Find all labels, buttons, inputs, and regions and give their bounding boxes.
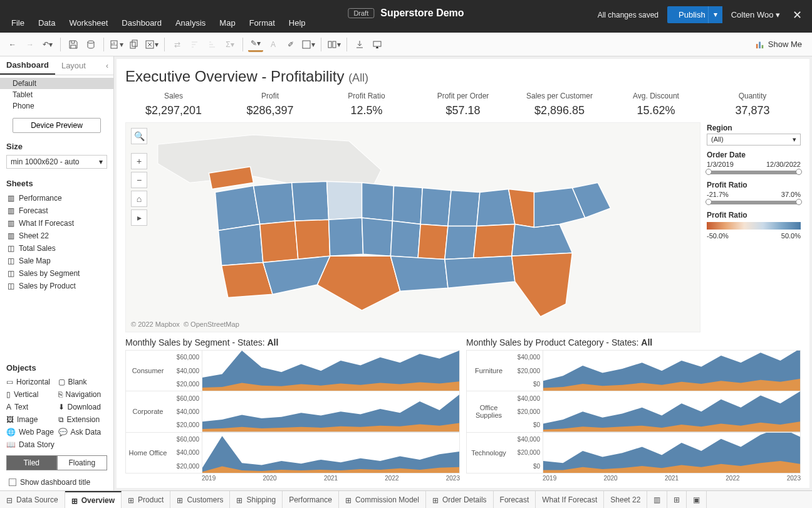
tab-sheet22[interactable]: Sheet 22 (604, 491, 647, 508)
format-icon[interactable]: ✐ (283, 37, 298, 52)
row-label: Office Supplies (467, 391, 511, 431)
tab-customers[interactable]: ⊞Customers (170, 491, 230, 508)
menu-analysis[interactable]: Analysis (169, 16, 212, 30)
device-preview-button[interactable]: Device Preview (13, 118, 101, 133)
svg-rect-7 (333, 41, 336, 48)
menu-map[interactable]: Map (213, 16, 241, 30)
totals-icon[interactable]: Σ▾ (222, 37, 237, 52)
sort-asc-icon[interactable] (187, 37, 202, 52)
sparkline[interactable] (543, 433, 800, 473)
device-phone[interactable]: Phone (0, 100, 113, 112)
orderdate-label: Order Date (707, 151, 801, 159)
sheet-segment[interactable]: ◫Sales by Segment (0, 267, 113, 280)
dashboard: Executive Overview - Profitability (All)… (117, 59, 809, 488)
sheet-forecast[interactable]: ▥Forecast (0, 204, 113, 217)
map-zoom-in-icon[interactable]: + (131, 153, 147, 169)
obj-navigation[interactable]: ⎘Navigation (58, 389, 108, 400)
tab-dashboard[interactable]: Dashboard (0, 56, 55, 75)
publish-menu-caret[interactable]: ▾ (708, 6, 722, 23)
sparkline[interactable] (202, 433, 459, 473)
new-datasource-icon[interactable] (83, 37, 98, 52)
date-max: 12/30/2022 (766, 161, 801, 168)
sparkline[interactable] (202, 391, 459, 431)
obj-askdata[interactable]: 💬Ask Data (58, 426, 108, 438)
presentation-icon[interactable] (370, 37, 385, 52)
map-search-icon[interactable]: 🔍 (131, 128, 147, 144)
fit-icon[interactable]: ▾ (301, 37, 316, 52)
close-icon[interactable]: ✕ (789, 8, 806, 22)
show-me-button[interactable]: Show Me (751, 37, 807, 51)
sparkline[interactable] (202, 351, 459, 391)
menu-help[interactable]: Help (283, 16, 312, 30)
back-icon[interactable]: ← (5, 37, 20, 52)
collapse-panel-icon[interactable]: ‹ (101, 59, 113, 73)
user-menu[interactable]: Colten Woo ▾ (731, 10, 780, 19)
new-sheet-icon[interactable]: ▥ (647, 491, 667, 508)
tab-overview[interactable]: ⊞Overview (65, 491, 122, 508)
tab-datasource[interactable]: ⊟Data Source (0, 491, 65, 508)
tab-whatif[interactable]: What If Forecast (536, 491, 604, 508)
obj-download[interactable]: ⬇Download (58, 401, 108, 413)
ratio-min: -21.7% (707, 191, 729, 198)
tab-layout[interactable]: Layout (55, 57, 92, 74)
show-title-checkbox[interactable]: Show dashboard title (0, 474, 113, 490)
device-tablet[interactable]: Tablet (0, 89, 113, 100)
clear-icon[interactable]: ▾ (144, 37, 159, 52)
save-icon[interactable] (66, 37, 81, 52)
map-pan-icon[interactable]: ▸ (131, 209, 147, 226)
obj-blank[interactable]: ▢Blank (58, 376, 108, 388)
map-zoom-out-icon[interactable]: − (131, 172, 147, 188)
map-home-icon[interactable]: ⌂ (131, 191, 147, 207)
sheet-performance[interactable]: ▥Performance (0, 192, 113, 204)
objects-heading: Objects (0, 358, 113, 375)
map-viz[interactable]: 🔍 + − ⌂ ▸ © 2022 Mapbox © OpenStreetMap (125, 122, 700, 332)
kpi-percust: Sales per Customer$2,896.85 (511, 92, 608, 117)
sort-desc-icon[interactable] (205, 37, 220, 52)
obj-extension[interactable]: ⧉Extension (58, 414, 108, 425)
new-worksheet-icon[interactable]: ▾ (109, 37, 124, 52)
new-story-icon[interactable]: ▣ (687, 491, 707, 508)
forward-icon[interactable]: → (23, 37, 38, 52)
tab-forecast[interactable]: Forecast (494, 491, 536, 508)
obj-text[interactable]: AText (6, 401, 56, 413)
duplicate-icon[interactable] (127, 37, 142, 52)
menu-data[interactable]: Data (32, 16, 61, 30)
region-select[interactable]: (All)▾ (707, 134, 801, 146)
menu-file[interactable]: File (5, 16, 31, 30)
sheet-22[interactable]: ▥Sheet 22 (0, 230, 113, 242)
sparkline[interactable] (543, 351, 800, 391)
swap-icon[interactable]: ⇄ (170, 37, 185, 52)
ratio-slider[interactable] (708, 201, 799, 204)
size-select[interactable]: min 1000x620 - auto▾ (6, 155, 107, 169)
sheet-product[interactable]: ◫Sales by Product (0, 280, 113, 292)
obj-datastory[interactable]: 📖Data Story (6, 439, 56, 450)
obj-vertical[interactable]: ▯Vertical (6, 389, 56, 400)
tab-orderdetails[interactable]: ⊞Order Details (426, 491, 494, 508)
tiled-button[interactable]: Tiled (6, 455, 57, 470)
download-icon[interactable] (352, 37, 367, 52)
tab-commission[interactable]: ⊞Commission Model (339, 491, 426, 508)
sheet-totalsales[interactable]: ◫Total Sales (0, 242, 113, 255)
tab-performance[interactable]: Performance (283, 491, 339, 508)
obj-image[interactable]: 🖼Image (6, 414, 56, 425)
floating-button[interactable]: Floating (57, 455, 108, 470)
sheet-whatif[interactable]: ▥What If Forecast (0, 217, 113, 230)
sheet-salemap[interactable]: ◫Sale Map (0, 255, 113, 267)
obj-webpage[interactable]: 🌐Web Page (6, 426, 56, 438)
menu-worksheet[interactable]: Worksheet (63, 16, 114, 30)
show-cards-icon[interactable]: ▾ (326, 37, 341, 52)
menu-format[interactable]: Format (243, 16, 281, 30)
undo-icon[interactable]: ↶▾ (40, 37, 55, 52)
highlight-color-icon[interactable]: ✎▾ (248, 37, 263, 52)
sparkline[interactable] (543, 391, 800, 431)
legend-min: -50.0% (707, 232, 729, 240)
menu-dashboard[interactable]: Dashboard (115, 16, 168, 30)
font-icon[interactable]: A (266, 37, 281, 52)
tab-shipping[interactable]: ⊞Shipping (230, 491, 283, 508)
svg-rect-6 (328, 41, 331, 48)
tab-product[interactable]: ⊞Product (122, 491, 170, 508)
device-default[interactable]: Default (0, 78, 113, 89)
obj-horizontal[interactable]: ▭Horizontal (6, 376, 56, 388)
new-dashboard-icon[interactable]: ⊞ (667, 491, 687, 508)
date-slider[interactable] (708, 171, 799, 174)
